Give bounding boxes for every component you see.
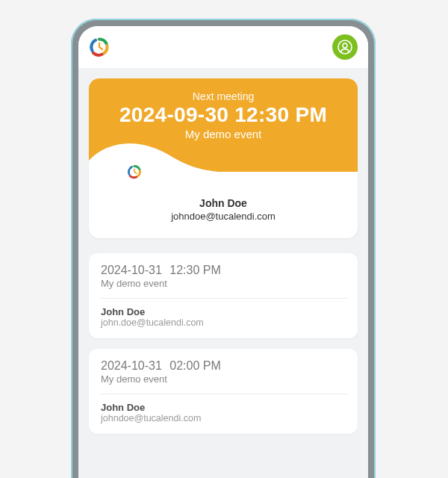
top-bar [78, 26, 368, 68]
app-logo-icon [89, 37, 110, 58]
next-meeting-banner: Next meeting 2024-09-30 12:30 PM My demo… [89, 78, 358, 172]
next-meeting-attendee: John Doe johndoe@tucalendi.com [89, 172, 358, 238]
meeting-time: 02:00 PM [169, 359, 220, 372]
meeting-event: My demo event [101, 373, 346, 385]
meeting-date: 2024-10-31 [101, 359, 162, 372]
content-area: Next meeting 2024-09-30 12:30 PM My demo… [78, 68, 368, 434]
meeting-time: 12:30 PM [169, 264, 220, 276]
device-frame: Next meeting 2024-09-30 12:30 PM My demo… [71, 19, 376, 478]
meeting-attendee-email: john.doe@tucalendi.com [101, 317, 346, 328]
meeting-datetime: 2024-10-31 02:00 PM [101, 359, 346, 373]
meeting-card[interactable]: 2024-10-31 12:30 PM My demo event John D… [89, 253, 358, 338]
meeting-card[interactable]: 2024-10-31 02:00 PM My demo event John D… [89, 349, 358, 434]
next-meeting-datetime: 2024-09-30 12:30 PM [95, 103, 352, 127]
meeting-attendee-email: johndoe@tucalendi.com [101, 413, 346, 423]
next-meeting-card[interactable]: Next meeting 2024-09-30 12:30 PM My demo… [89, 78, 358, 238]
divider [99, 394, 347, 394]
meeting-attendee-name: John Doe [101, 402, 346, 413]
user-icon [337, 40, 352, 55]
attendee-email: johndoe@tucalendi.com [95, 211, 352, 222]
event-logo-icon [125, 162, 144, 181]
next-meeting-label: Next meeting [95, 90, 352, 102]
divider [99, 298, 347, 299]
meeting-datetime: 2024-10-31 12:30 PM [101, 264, 346, 277]
svg-point-1 [338, 40, 352, 54]
screen: Next meeting 2024-09-30 12:30 PM My demo… [78, 26, 368, 478]
meeting-event: My demo event [101, 278, 346, 289]
meeting-date: 2024-10-31 [101, 264, 162, 276]
attendee-name: John Doe [95, 197, 352, 209]
profile-button[interactable] [332, 34, 358, 60]
meeting-attendee-name: John Doe [101, 306, 346, 317]
svg-point-2 [343, 43, 347, 48]
